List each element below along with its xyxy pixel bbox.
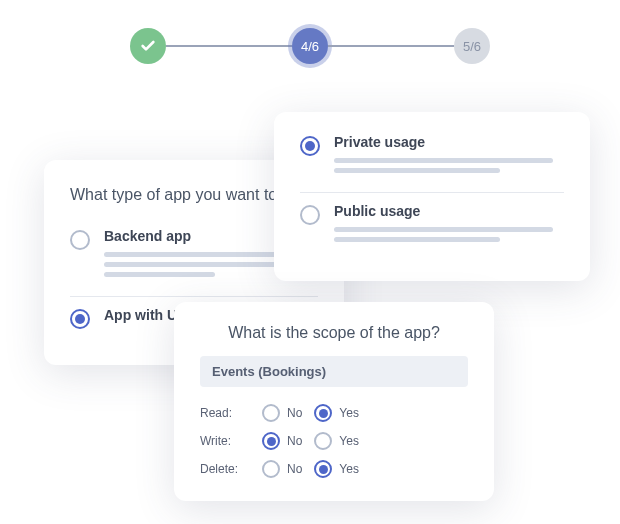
- perm-key: Read:: [200, 406, 250, 420]
- perm-key: Delete:: [200, 462, 250, 476]
- perm-row-read: Read: No Yes: [200, 399, 468, 427]
- placeholder-line: [334, 168, 500, 173]
- radio-icon[interactable]: [262, 432, 280, 450]
- placeholder-line: [104, 272, 215, 277]
- perm-option-yes[interactable]: Yes: [314, 432, 359, 450]
- step-connector: [328, 45, 454, 47]
- radio-icon[interactable]: [262, 404, 280, 422]
- progress-stepper: 4/6 5/6: [130, 28, 490, 64]
- radio-icon[interactable]: [70, 230, 90, 250]
- radio-icon[interactable]: [314, 460, 332, 478]
- placeholder-line: [334, 158, 553, 163]
- perm-label: Yes: [339, 434, 359, 448]
- perm-option-yes[interactable]: Yes: [314, 460, 359, 478]
- step-active[interactable]: 4/6: [292, 28, 328, 64]
- placeholder-line: [334, 237, 500, 242]
- perm-option-yes[interactable]: Yes: [314, 404, 359, 422]
- perm-label: Yes: [339, 462, 359, 476]
- step-upcoming: 5/6: [454, 28, 490, 64]
- perm-key: Write:: [200, 434, 250, 448]
- perm-row-write: Write: No Yes: [200, 427, 468, 455]
- perm-option-no[interactable]: No: [262, 404, 302, 422]
- option-public-usage[interactable]: Public usage: [300, 193, 564, 261]
- perm-option-no[interactable]: No: [262, 460, 302, 478]
- check-icon: [140, 38, 156, 54]
- perm-label: No: [287, 434, 302, 448]
- scope-category: Events (Bookings): [200, 356, 468, 387]
- radio-icon[interactable]: [300, 136, 320, 156]
- perm-label: No: [287, 406, 302, 420]
- card-title: What is the scope of the app?: [200, 324, 468, 342]
- radio-icon[interactable]: [262, 460, 280, 478]
- placeholder-line: [334, 227, 553, 232]
- step-complete: [130, 28, 166, 64]
- radio-icon[interactable]: [70, 309, 90, 329]
- perm-option-no[interactable]: No: [262, 432, 302, 450]
- step-connector: [166, 45, 292, 47]
- radio-icon[interactable]: [314, 432, 332, 450]
- option-label: Private usage: [334, 134, 564, 150]
- option-private-usage[interactable]: Private usage: [300, 134, 564, 193]
- radio-icon[interactable]: [300, 205, 320, 225]
- option-label: Public usage: [334, 203, 564, 219]
- perm-row-delete: Delete: No Yes: [200, 455, 468, 483]
- radio-icon[interactable]: [314, 404, 332, 422]
- card-scope: What is the scope of the app? Events (Bo…: [174, 302, 494, 501]
- perm-label: Yes: [339, 406, 359, 420]
- perm-label: No: [287, 462, 302, 476]
- card-usage: Private usage Public usage: [274, 112, 590, 281]
